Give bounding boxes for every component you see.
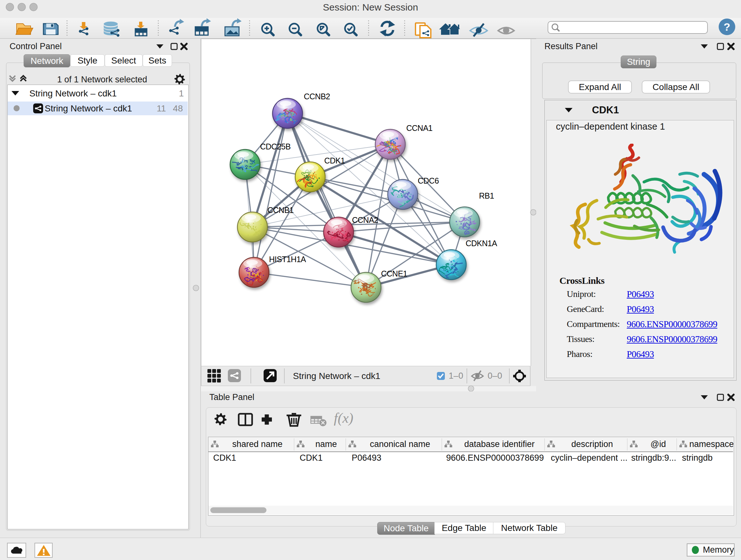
svg-text:CDC25B: CDC25B [260, 142, 291, 151]
svg-text:CDKN1A: CDKN1A [466, 239, 497, 248]
svg-text:CCNA2: CCNA2 [352, 215, 378, 225]
svg-text:CCNE1: CCNE1 [381, 269, 407, 278]
svg-text:CCNB1: CCNB1 [267, 206, 293, 214]
svg-text:HIST1H1A: HIST1H1A [269, 255, 306, 264]
svg-text:CDC6: CDC6 [418, 176, 439, 185]
svg-text:CCNA1: CCNA1 [406, 124, 432, 132]
svg-text:CDK1: CDK1 [324, 156, 345, 165]
svg-text:RB1: RB1 [479, 191, 494, 200]
svg-text:CCNB2: CCNB2 [304, 92, 330, 101]
